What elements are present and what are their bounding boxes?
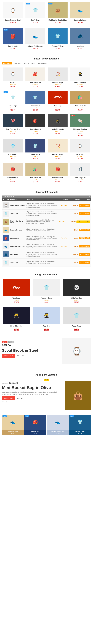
table-col-price: $85.00 — [71, 229, 78, 231]
add-to-cart-button[interactable]: ADD TO CART — [79, 237, 90, 239]
product-card[interactable]: 👟 Original Antilles Low $55.00 — [24, 27, 46, 51]
table-col-price: $250.00 — [71, 254, 78, 255]
th-price: PRICE — [72, 199, 80, 201]
product-price: $0.00 — [44, 301, 48, 303]
table-col-price: $105.00 — [71, 205, 78, 206]
add-to-cart-button[interactable]: ADD TO CART — [79, 261, 90, 264]
product-card[interactable]: 📿 Pendant Rings ★★★★☆ $35.00 — [47, 66, 69, 89]
product-card[interactable]: NEW 👕 Zoo T-Shirt $20.00 — [24, 1, 46, 25]
table-col-btn[interactable]: ADD TO CART — [79, 229, 90, 231]
add-to-cart-button[interactable]: ADD TO CART — [79, 245, 90, 248]
product-card[interactable]: 🎒 Beanie Legend ★★★★☆ $20.00 — [24, 113, 46, 138]
table-col-btn[interactable]: ADD TO CART — [79, 245, 90, 248]
product-card[interactable]: 🛍️ Woo Album #4 ★★★☆☆ $12.00 — [69, 90, 91, 112]
table-col-name: Beanie Latte — [10, 237, 26, 239]
product-card[interactable]: SALE 🐚 Ship Your Sea One ★★★☆☆ $30.00 $1… — [69, 113, 91, 138]
add-to-cart-button[interactable]: ADD TO CART — [79, 229, 90, 231]
product-card[interactable]: 🐙 Ship Your Sea One ★★★☆☆ $10.00 — [2, 113, 24, 138]
product-card[interactable]: 👕 Woo Single #1 ★★★☆☆ $2.00 — [2, 138, 24, 161]
product-card[interactable]: NEW 👕 Amazon T-Shirt $15.00 — [69, 415, 91, 435]
product-card[interactable]: 👕 Happy Ninja ★★★☆☆ $20.00 — [24, 138, 46, 161]
product-name: Beanie Latte — [25, 431, 46, 432]
filter-tab-tshirts[interactable]: T-shirts — [23, 62, 29, 64]
table-view-toggle[interactable]: ≡ — [89, 196, 90, 198]
product-card[interactable]: 🎒 Woo Album #5 ★★★☆☆ $15.00 — [24, 66, 46, 89]
hero-title: Scout Brook in Steel — [2, 348, 60, 353]
table-row: 🎒 Beanie Latte Aliquam erat volutpat. Na… — [2, 234, 91, 242]
product-card[interactable]: 👟 Original Antilles Low $55.00 — [47, 415, 69, 435]
product-card[interactable]: NEW 🎒 Beanie Latte $25.00 — [2, 27, 24, 51]
product-name: Ship Your Sea One — [73, 128, 87, 130]
product-price: $20.00 — [33, 22, 38, 23]
product-card[interactable]: 📿 Pendant Rings ★★★★☆ $35.00 — [47, 138, 69, 161]
product-card[interactable]: 🥷 Ninja Silhouette ★★★★☆ $25.00 — [69, 66, 91, 89]
add-to-cart-button[interactable]: ADD TO CART — [79, 204, 90, 207]
hero-read-more-link[interactable]: Read More — [17, 355, 24, 357]
align-hero-content: $115.00 $85.00 Mini Bucket Bag in Olive … — [2, 381, 63, 403]
table-col-desc: Aliquam erat volutpat. Nam dui mi, tinci… — [26, 203, 58, 208]
table-col-btn[interactable]: ADD TO CART — [79, 204, 90, 207]
filter-tab-backpacker[interactable]: Backpacker — [13, 62, 22, 64]
table-col-rating: ★★★★☆ — [58, 237, 70, 239]
align-nav-prev[interactable]: ‹ — [2, 401, 4, 403]
filter-tab-watch[interactable]: Watch — [31, 62, 36, 64]
badge-new: NEW — [3, 29, 8, 30]
table-col-name: Original Antilles Low — [10, 246, 26, 247]
product-card[interactable]: 👕 Vapor Price ★★★★☆ $25.00 — [62, 306, 91, 332]
product-stars: ★★★★☆ — [77, 84, 83, 86]
product-price: $25.00 — [55, 132, 60, 134]
product-card[interactable]: 🥷 Woo Ninja ★★★☆☆ $20.00 — [32, 306, 61, 332]
product-card[interactable]: ⌚ Scout Brook in Steel $105.00 — [2, 1, 24, 25]
table-col-btn[interactable]: ADD TO CART — [79, 237, 90, 239]
filter-tab-all[interactable]: All Products — [2, 62, 12, 64]
product-card[interactable]: 👕 Happy Ninja ★★★☆☆ $20.00 — [24, 90, 46, 112]
table-row: 🧥 Hugo Boss Aliquam erat volutpat. Nam d… — [2, 250, 91, 258]
align-read-more-link[interactable]: Read More — [17, 397, 24, 399]
table-col-btn[interactable]: SELECT OPTIONS — [77, 220, 90, 223]
product-card[interactable]: 👕 Premium Outlet ★★★★☆ $0.00 — [32, 278, 61, 304]
product-card[interactable]: NEW 👕 Woo Logo ★★★★☆ $25.00 — [2, 90, 24, 112]
align-nav-next[interactable]: › — [5, 401, 7, 403]
hero-nav-next[interactable]: › — [5, 359, 7, 361]
product-card[interactable]: NEW 👜 Mini Bucket Bag in Olive $115.00 — [47, 1, 69, 25]
product-name: Ninja Silhouette — [52, 128, 64, 130]
table-col-price: $25.00 — [71, 237, 78, 239]
product-card[interactable]: 🧥 Hugo Boss $250.00 — [69, 27, 91, 51]
product-card[interactable]: 👟 Sneaker in Hemp $85.00 — [69, 1, 91, 25]
align-btn-row: ADD TO CART Read More — [2, 396, 63, 400]
table-col-btn[interactable]: ADD TO CART — [79, 253, 90, 256]
product-card[interactable]: 🎵 Woo Single #3 ★★★☆☆ $3.00 — [69, 162, 91, 184]
product-card[interactable]: 🥷 Ninja Silhouette ★★★★☆ $25.00 — [47, 113, 69, 138]
hero-nav-prev[interactable]: ‹ — [2, 359, 4, 361]
product-card[interactable]: 🛍️ Woo Album #3 ★★★★☆ $12.00 — [24, 162, 46, 184]
add-to-cart-button[interactable]: ADD TO CART — [79, 253, 90, 256]
table-col-name: Sneaker in Hemp — [10, 229, 26, 231]
align-add-to-cart-button[interactable]: ADD TO CART — [2, 396, 15, 400]
product-card[interactable]: 🥷 Ninja Silhouette ★★★★☆ $25.00 — [2, 306, 31, 332]
filter-tab-woo[interactable]: Woo Products — [37, 62, 48, 64]
product-image: 🎒 — [25, 68, 45, 81]
product-thumbnail: 👜 — [3, 219, 9, 225]
product-card[interactable]: NEW 🎒 Beanie Latte $25.00 — [24, 415, 46, 435]
product-price: $55.00 — [33, 48, 38, 49]
table-col-btn[interactable]: ADD TO CART — [79, 261, 90, 264]
product-card[interactable]: 👕 Amazon T-Shirt $15.00 — [47, 27, 69, 51]
product-card[interactable]: NEW 👟 Sneaker in Hemp $85.00 — [2, 415, 24, 435]
table-col-desc: Aliquam erat volutpat. Nam dui mi, tinci… — [26, 211, 58, 216]
product-price: $20.00 — [33, 158, 38, 160]
product-card[interactable]: ⌚ Bar & Sons ★★★★☆ $28.00 — [69, 138, 91, 161]
product-card[interactable]: 🎒 Woo Album #5 ★★★☆☆ $15.00 — [47, 162, 69, 184]
product-card[interactable]: 🎒 Woo Album #5 ★★★☆☆ $15.00 — [2, 162, 24, 184]
product-card[interactable]: ⌚ Gazela ★★★★★ $80.00 — [2, 66, 24, 89]
add-to-cart-button[interactable]: ADD TO CART — [79, 212, 90, 215]
carousel-section-2: NEW 🎒 Beanie Latte $25.00 👟 Original Ant… — [0, 26, 93, 52]
product-image: 🛍️ — [70, 91, 90, 104]
table-col-btn[interactable]: ADD TO CART — [79, 212, 90, 215]
select-options-button[interactable]: SELECT OPTIONS — [77, 220, 90, 223]
product-card[interactable]: WOO Woo Logo ★★★★☆ $25.00 — [47, 90, 69, 112]
product-card[interactable]: Woo Woo Logo ★★★☆☆ $25.00 — [2, 278, 31, 304]
hero-add-to-cart-button[interactable]: ADD TO CART — [2, 354, 15, 358]
product-card[interactable]: 💀 Ship Your Sea ★★★★☆ $10.00 — [62, 278, 91, 304]
table-col-img: 👟 — [3, 227, 9, 233]
product-image: 👟 — [47, 415, 69, 429]
